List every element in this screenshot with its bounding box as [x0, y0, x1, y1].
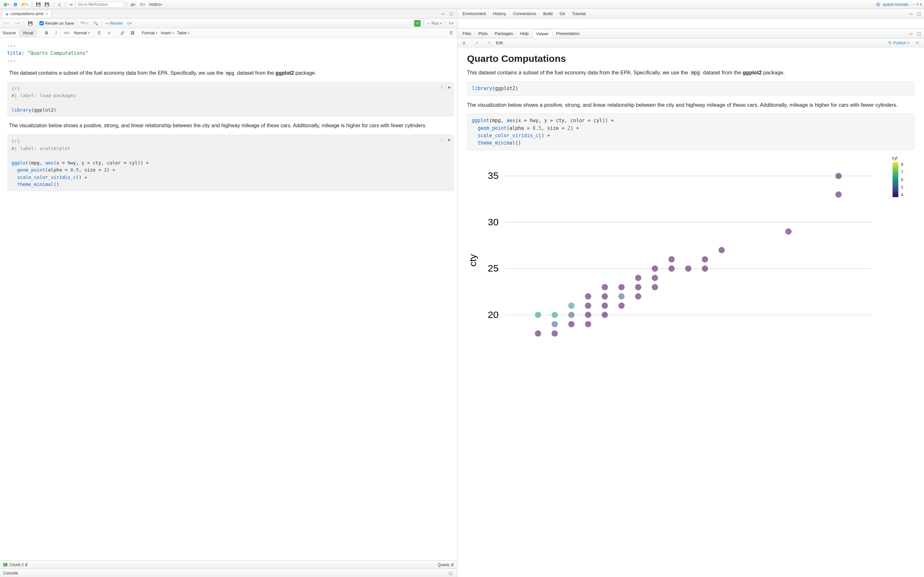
- tab-files[interactable]: Files: [459, 29, 475, 37]
- bold-icon[interactable]: B: [43, 30, 50, 36]
- spellcheck-icon[interactable]: ᴬᴮᶜ✓: [79, 20, 89, 27]
- file-tab-computations[interactable]: ◈ computations.qmd ✕: [2, 10, 52, 18]
- edit-label[interactable]: Edit: [496, 41, 503, 45]
- find-icon[interactable]: 🔍: [92, 20, 99, 27]
- maximize-viewer-icon[interactable]: ▢: [916, 31, 922, 37]
- table-menu[interactable]: Table ▾: [177, 31, 190, 35]
- tab-git[interactable]: Git: [556, 10, 568, 18]
- tab-presentation[interactable]: Presentation: [553, 29, 583, 37]
- editor-footer: C Chunk 2 ⇵ Quarto ⇵: [0, 560, 457, 569]
- print-icon[interactable]: 🖨: [56, 1, 63, 8]
- maximize-env-icon[interactable]: ▢: [916, 11, 922, 17]
- svg-point-21: [602, 312, 608, 318]
- svg-point-40: [685, 266, 691, 272]
- keyboard-icon[interactable]: ⌘▾: [138, 1, 146, 8]
- tab-connections[interactable]: Connections: [510, 10, 540, 18]
- prose-1[interactable]: This dataset contains a subset of the fu…: [9, 69, 454, 77]
- run-chunk-icon[interactable]: ▶: [448, 84, 451, 90]
- render-on-save-checkbox[interactable]: Render on Save: [39, 21, 74, 26]
- addins-menu[interactable]: Addins ▾: [148, 1, 164, 8]
- run-above-icon[interactable]: ⬇̲: [441, 137, 445, 143]
- tab-help[interactable]: Help: [517, 29, 532, 37]
- code-chunk-2[interactable]: ⬇̲ ▶ {r} #| label: scatterplot ggplot(mp…: [7, 134, 454, 191]
- svg-text:R: R: [15, 3, 16, 5]
- viewer-body[interactable]: Quarto Computations This dataset contain…: [457, 47, 924, 577]
- remove-viewer-icon[interactable]: ⊘: [461, 40, 467, 46]
- svg-point-23: [551, 312, 558, 318]
- minimize-pane-icon[interactable]: ▭: [440, 11, 446, 17]
- syntax-mode[interactable]: Quarto ⇵: [438, 562, 454, 567]
- publish-button[interactable]: ↻ Publish ▾: [888, 40, 909, 45]
- chunk-nav-icon[interactable]: C: [3, 563, 7, 566]
- numbered-list-icon[interactable]: ≡: [106, 30, 112, 36]
- tab-packages[interactable]: Packages: [491, 29, 516, 37]
- open-file-icon[interactable]: 📂▾: [20, 1, 29, 8]
- minimize-viewer-icon[interactable]: ▭: [907, 31, 914, 37]
- environment-tabs: Environment History Connections Build Gi…: [457, 9, 924, 19]
- image-icon[interactable]: 🖼: [129, 30, 136, 36]
- new-project-icon[interactable]: R: [12, 1, 19, 8]
- minimize-env-icon[interactable]: ▭: [907, 11, 914, 17]
- save-doc-icon[interactable]: 💾: [27, 20, 34, 27]
- bullet-list-icon[interactable]: ☰: [96, 30, 103, 36]
- forward-icon[interactable]: ⟹: [13, 20, 21, 27]
- link-icon[interactable]: 🔗: [119, 30, 126, 36]
- open-browser-icon[interactable]: ⬀: [473, 40, 480, 46]
- tab-environment[interactable]: Environment: [459, 10, 489, 18]
- back-icon[interactable]: ⟸: [3, 20, 11, 27]
- run-chunk-icon[interactable]: ▶: [448, 137, 451, 143]
- maximize-pane-icon[interactable]: ▢: [448, 11, 455, 17]
- svg-point-19: [568, 312, 575, 318]
- console-tab[interactable]: Console ▢: [0, 569, 457, 577]
- project-rlogo-icon: R: [875, 1, 882, 8]
- block-format-dropdown[interactable]: Normal ▾: [74, 31, 89, 35]
- svg-text:R: R: [877, 3, 879, 5]
- prose-2[interactable]: The visualization below shows a positive…: [9, 122, 454, 130]
- svg-point-44: [718, 247, 725, 253]
- chunk-indicator[interactable]: Chunk 2 ⇵: [9, 562, 28, 567]
- new-file-icon[interactable]: ▾: [2, 1, 11, 8]
- run-button[interactable]: → Run ▾: [426, 21, 441, 26]
- maximize-console-icon[interactable]: ▢: [447, 570, 454, 576]
- svg-point-35: [652, 284, 658, 290]
- svg-point-26: [618, 303, 625, 309]
- svg-point-34: [635, 284, 641, 290]
- rendered-code-2: ggplot(mpg, aes(x = hwy, y = cty, color …: [467, 113, 914, 150]
- format-menu[interactable]: Format ▾: [142, 31, 158, 35]
- publish-icon[interactable]: ↻ ▾: [447, 20, 455, 27]
- render-button[interactable]: ⇢ Render: [105, 21, 123, 26]
- edit-icon[interactable]: ✎: [486, 40, 493, 46]
- svg-point-42: [668, 256, 675, 263]
- tab-build[interactable]: Build: [540, 10, 556, 18]
- grid-icon[interactable]: ▦▾: [129, 1, 137, 8]
- save-all-icon[interactable]: 💾: [43, 1, 51, 8]
- svg-point-37: [652, 275, 658, 281]
- svg-point-14: [535, 330, 541, 337]
- svg-point-15: [551, 330, 558, 337]
- file-tab-bar: ◈ computations.qmd ✕ ▭ ▢: [0, 9, 457, 19]
- tab-viewer[interactable]: Viewer: [533, 29, 552, 38]
- insert-menu[interactable]: Insert ▾: [161, 31, 174, 35]
- outline-icon[interactable]: ☰: [448, 30, 455, 36]
- save-icon[interactable]: 💾: [35, 1, 42, 8]
- project-name[interactable]: quarto-tutorials: [883, 2, 909, 7]
- source-view-toggle[interactable]: Source: [3, 31, 16, 35]
- svg-point-33: [618, 284, 625, 290]
- rendered-code-1: library(ggplot2): [467, 81, 914, 96]
- tab-plots[interactable]: Plots: [475, 29, 491, 37]
- italic-icon[interactable]: I: [53, 30, 59, 36]
- goto-input[interactable]: [76, 1, 124, 8]
- refresh-viewer-icon[interactable]: ⟳: [914, 40, 921, 46]
- svg-point-46: [835, 191, 842, 198]
- svg-point-31: [635, 293, 641, 300]
- editor-content[interactable]: --- title: "Quarto Computations" --- Thi…: [0, 38, 457, 560]
- close-tab-icon[interactable]: ✕: [45, 12, 48, 16]
- run-above-icon[interactable]: ⬇̲: [441, 84, 445, 90]
- add-chunk-icon[interactable]: +C: [414, 20, 421, 27]
- render-settings-icon[interactable]: ⚙ ▾: [126, 20, 133, 27]
- visual-view-toggle[interactable]: Visual: [19, 30, 37, 36]
- code-inline-icon[interactable]: </>: [63, 30, 71, 36]
- tab-tutorial[interactable]: Tutorial: [569, 10, 589, 18]
- tab-history[interactable]: History: [490, 10, 509, 18]
- code-chunk-1[interactable]: ⬇̲ ▶ {r} #| label: load-packages library…: [7, 82, 454, 117]
